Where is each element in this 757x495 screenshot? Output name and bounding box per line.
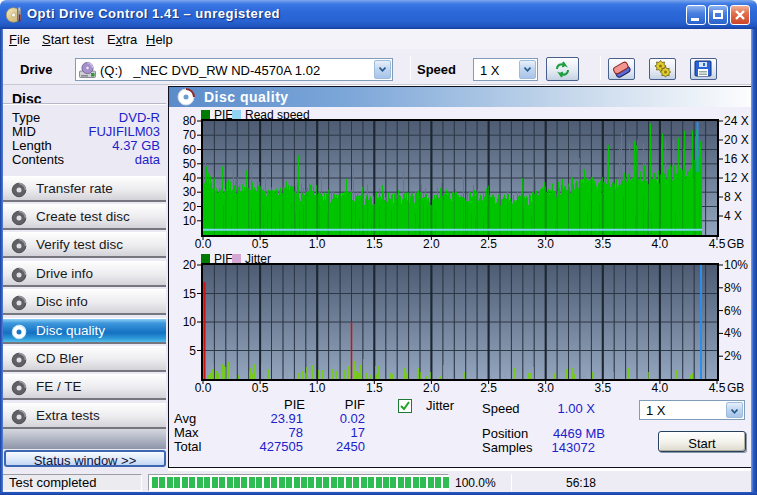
svg-text:4.5: 4.5 <box>709 381 726 395</box>
svg-text:1.0: 1.0 <box>309 381 326 395</box>
svg-text:12 X: 12 X <box>724 171 749 185</box>
svg-text:GB: GB <box>727 381 744 395</box>
svg-text:0.0: 0.0 <box>195 381 212 395</box>
svg-text:10: 10 <box>183 315 197 329</box>
svg-text:8%: 8% <box>724 281 742 295</box>
svg-text:0.5: 0.5 <box>252 381 269 395</box>
svg-text:1.0: 1.0 <box>309 237 326 251</box>
svg-text:20: 20 <box>183 258 197 272</box>
svg-text:8 X: 8 X <box>724 190 742 204</box>
svg-text:16 X: 16 X <box>724 152 749 166</box>
svg-text:2.5: 2.5 <box>480 381 497 395</box>
svg-text:60: 60 <box>183 143 197 157</box>
svg-text:2.5: 2.5 <box>480 237 497 251</box>
svg-text:10: 10 <box>183 214 197 228</box>
svg-text:4.0: 4.0 <box>652 381 669 395</box>
svg-text:0.0: 0.0 <box>195 237 212 251</box>
svg-text:2.0: 2.0 <box>423 381 440 395</box>
svg-text:4%: 4% <box>724 326 742 340</box>
svg-text:2%: 2% <box>724 349 742 363</box>
svg-text:80: 80 <box>183 114 197 128</box>
svg-text:1.5: 1.5 <box>366 381 383 395</box>
svg-text:GB: GB <box>727 237 744 251</box>
svg-text:4 X: 4 X <box>724 209 742 223</box>
svg-text:30: 30 <box>183 185 197 199</box>
svg-text:4.0: 4.0 <box>652 237 669 251</box>
svg-text:40: 40 <box>183 171 197 185</box>
svg-text:20: 20 <box>183 200 197 214</box>
svg-text:1.5: 1.5 <box>366 237 383 251</box>
svg-text:70: 70 <box>183 128 197 142</box>
svg-text:0.5: 0.5 <box>252 237 269 251</box>
svg-text:3.5: 3.5 <box>594 237 611 251</box>
svg-text:20 X: 20 X <box>724 133 749 147</box>
svg-text:50: 50 <box>183 157 197 171</box>
svg-text:3.0: 3.0 <box>537 237 554 251</box>
svg-text:2.0: 2.0 <box>423 237 440 251</box>
svg-text:3.5: 3.5 <box>594 381 611 395</box>
svg-text:24 X: 24 X <box>724 114 749 128</box>
svg-text:15: 15 <box>183 287 197 301</box>
svg-text:6%: 6% <box>724 304 742 318</box>
svg-text:10%: 10% <box>724 258 748 272</box>
svg-text:4.5: 4.5 <box>709 237 726 251</box>
svg-text:5: 5 <box>189 344 196 358</box>
svg-text:3.0: 3.0 <box>537 381 554 395</box>
